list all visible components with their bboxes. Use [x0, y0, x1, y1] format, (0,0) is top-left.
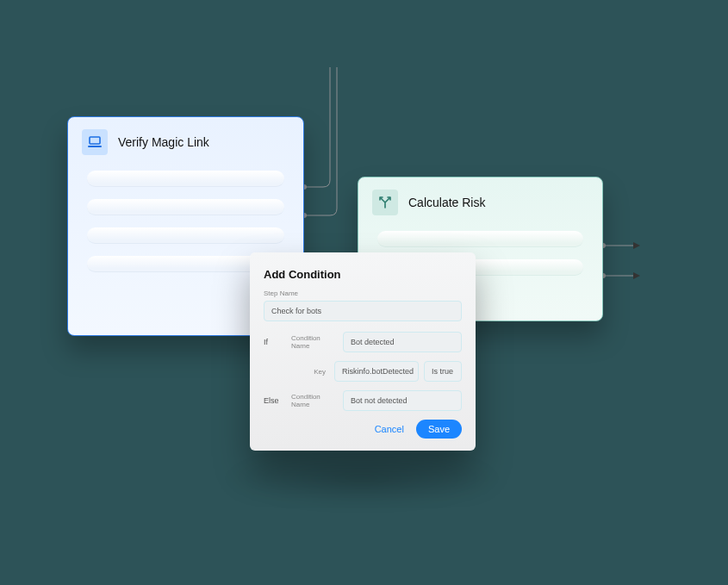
modal-title: Add Condition	[264, 268, 462, 281]
condition-name-label: Condition Name	[291, 334, 338, 350]
laptop-icon	[82, 129, 108, 155]
placeholder-row	[377, 231, 583, 247]
placeholder-row	[87, 171, 284, 187]
svg-rect-4	[90, 137, 100, 144]
placeholder-row	[87, 256, 270, 272]
if-label: If	[264, 338, 286, 346]
placeholder-row	[87, 227, 284, 244]
key-op-field[interactable]: Is true	[424, 361, 462, 382]
svg-rect-5	[88, 146, 102, 147]
placeholder-row	[87, 199, 284, 215]
else-label: Else	[264, 396, 286, 405]
add-condition-modal: Add Condition Step Name Check for bots I…	[250, 252, 476, 451]
cancel-button[interactable]: Cancel	[371, 420, 408, 438]
card-title: Verify Magic Link	[118, 135, 209, 149]
if-condition-field[interactable]: Bot detected	[343, 332, 462, 352]
else-condition-field[interactable]: Bot not detected	[343, 390, 462, 411]
condition-name-label: Condition Name	[291, 393, 338, 408]
key-field[interactable]: Riskinfo.botDetected	[334, 361, 419, 382]
key-label: Key	[289, 368, 329, 376]
save-button[interactable]: Save	[416, 420, 462, 439]
split-icon	[372, 190, 398, 215]
shadow-decor	[224, 448, 500, 508]
step-name-field[interactable]: Check for bots	[264, 301, 462, 321]
step-name-label: Step Name	[264, 289, 462, 297]
card-title: Calculate Risk	[408, 196, 485, 209]
